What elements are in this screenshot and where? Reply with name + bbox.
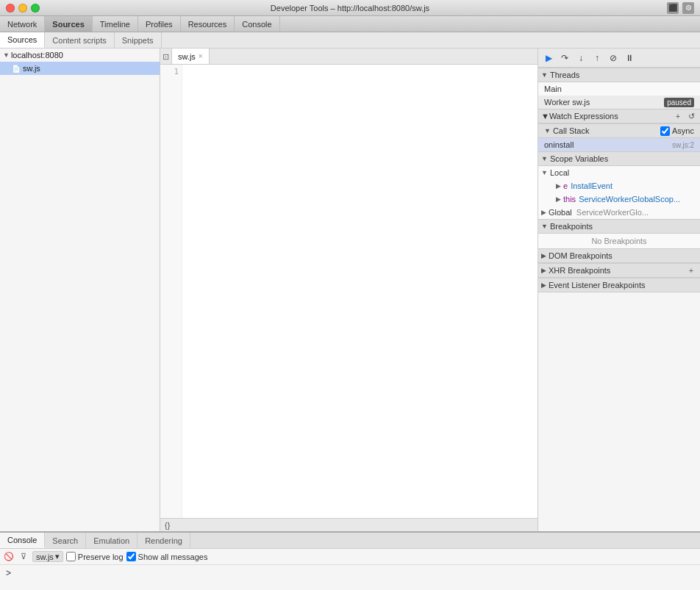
e-arrow: ▶	[556, 182, 561, 190]
console-prompt: >	[6, 568, 11, 578]
file-filter-dropdown: ▾	[55, 552, 60, 561]
event-listener-breakpoints-label: Event Listener Breakpoints	[549, 281, 645, 289]
sources-area: Sources Content scripts Snippets ▼ local…	[0, 32, 700, 531]
file-filter-badge[interactable]: sw.js ▾	[32, 551, 63, 562]
scope-val-this: ServiceWorkerGlobalScop...	[579, 195, 680, 204]
callstack-file: sw.js:2	[672, 141, 694, 149]
tree-item-localhost[interactable]: ▼ localhost:8080	[0, 48, 160, 62]
editor-tabs: ⊡ sw.js ×	[160, 48, 538, 65]
threads-header[interactable]: ▼ Threads	[538, 68, 700, 82]
editor-tab-close[interactable]: ×	[199, 52, 203, 60]
editor-footer-label: {}	[165, 521, 170, 530]
clear-console-button[interactable]: 🚫	[3, 551, 15, 563]
async-checkbox[interactable]	[660, 126, 670, 136]
step-into-button[interactable]: ↓	[574, 51, 588, 65]
watch-expressions-label-area: ▼ Watch Expressions	[541, 112, 618, 120]
close-button[interactable]	[6, 4, 15, 12]
xhr-header-left: ▶ XHR Breakpoints	[541, 266, 610, 275]
console-tab-console[interactable]: Console	[0, 533, 45, 548]
nav-profiles[interactable]: Profiles	[138, 16, 181, 32]
add-watch-button[interactable]: +	[672, 110, 684, 122]
preserve-log-checkbox[interactable]	[66, 552, 76, 561]
console-tab-emulation[interactable]: Emulation	[86, 533, 138, 548]
subtab-snippets[interactable]: Snippets	[115, 32, 162, 48]
show-all-messages-text: Show all messages	[138, 553, 208, 561]
nav-timeline[interactable]: Timeline	[93, 16, 138, 32]
step-out-button[interactable]: ↑	[590, 51, 604, 65]
show-all-messages-checkbox[interactable]	[126, 552, 136, 561]
pause-exceptions-button[interactable]: ⏸	[622, 51, 637, 65]
nav-network[interactable]: Network	[0, 16, 45, 32]
editor-footer: {}	[160, 518, 538, 531]
global-arrow: ▶	[541, 209, 546, 216]
expand-arrow: ▼	[3, 51, 10, 59]
add-xhr-button[interactable]: +	[685, 265, 697, 276]
editor-file-tab[interactable]: sw.js ×	[172, 48, 210, 64]
scope-global-label: Global	[549, 208, 572, 217]
tree-item-label: sw.js	[23, 64, 40, 73]
thread-worker[interactable]: Worker sw.js paused	[538, 96, 700, 109]
top-navigation: Network Sources Timeline Profiles Resour…	[0, 16, 700, 32]
xhr-breakpoints-label: XHR Breakpoints	[549, 266, 610, 275]
threads-content: Main Worker sw.js paused	[538, 82, 700, 109]
scope-this[interactable]: ▶ this ServiceWorkerGlobalScop...	[538, 193, 700, 206]
callstack-item-oninstall[interactable]: oninstall sw.js:2	[538, 138, 700, 151]
editor-area: ⊡ sw.js × 1 {}	[160, 48, 538, 531]
maximize-button[interactable]	[31, 4, 40, 12]
scope-val-e: InstallEvent	[571, 181, 612, 190]
async-text: Async	[672, 126, 694, 135]
minimize-button[interactable]	[18, 4, 27, 12]
scope-global-value: ServiceWorkerGlo...	[576, 208, 649, 217]
editor-content: 1	[160, 65, 538, 518]
dom-breakpoints-label: DOM Breakpoints	[549, 251, 612, 260]
event-listener-breakpoints-header[interactable]: ▶ Event Listener Breakpoints	[538, 278, 700, 292]
subtab-bar: Sources Content scripts Snippets	[0, 32, 700, 48]
scope-variables-content: ▼ Local ▶ e InstallEvent ▶ this ServiceW…	[538, 166, 700, 219]
scope-local-label: Local	[550, 168, 569, 177]
left-panel: ▼ localhost:8080 📄 sw.js	[0, 48, 160, 531]
no-breakpoints-label: No Breakpoints	[538, 234, 700, 248]
scope-variables-label: Scope Variables	[550, 154, 608, 163]
callstack-function: oninstall	[544, 140, 574, 149]
subtab-sources[interactable]: Sources	[0, 32, 45, 48]
breakpoints-header[interactable]: ▼ Breakpoints	[538, 219, 700, 234]
settings-icon[interactable]: ⚙	[682, 2, 694, 14]
nav-sources[interactable]: Sources	[45, 16, 92, 32]
console-tab-search[interactable]: Search	[45, 533, 86, 548]
debugger-toolbar: ▶ ↷ ↓ ↑ ⊘ ⏸	[538, 48, 700, 68]
watch-expressions-label: Watch Expressions	[549, 112, 618, 120]
subtab-content-scripts[interactable]: Content scripts	[45, 32, 114, 48]
editor-tab-label: sw.js	[178, 52, 196, 61]
refresh-watch-button[interactable]: ↺	[685, 110, 697, 122]
line-numbers: 1	[160, 65, 182, 518]
step-over-button[interactable]: ↷	[557, 51, 572, 65]
tree-item-label: localhost:8080	[11, 51, 63, 60]
console-tab-rendering[interactable]: Rendering	[138, 533, 190, 548]
thread-main-label: Main	[544, 84, 562, 93]
paused-badge: paused	[664, 98, 694, 107]
dom-breakpoints-header[interactable]: ▶ DOM Breakpoints	[538, 248, 700, 263]
scope-global[interactable]: ▶ Global ServiceWorkerGlo...	[538, 206, 700, 219]
editor-icon[interactable]: ⊡	[160, 48, 172, 65]
deactivate-button[interactable]: ⊘	[606, 51, 621, 65]
console-input[interactable]	[14, 569, 694, 578]
scope-key-this: this	[563, 195, 576, 204]
xhr-breakpoints-header[interactable]: ▶ XHR Breakpoints +	[538, 263, 700, 278]
scope-e[interactable]: ▶ e InstallEvent	[538, 179, 700, 193]
code-area[interactable]	[182, 65, 538, 518]
watch-arrow: ▼	[541, 112, 549, 120]
nav-console[interactable]: Console	[235, 16, 279, 32]
watch-expressions-header[interactable]: ▼ Watch Expressions + ↺	[538, 109, 700, 123]
callstack-header-row: ▼ Call Stack Async	[538, 123, 700, 138]
filter-button[interactable]: ⊽	[18, 551, 29, 563]
resume-button[interactable]: ▶	[541, 51, 556, 65]
nav-resources[interactable]: Resources	[181, 16, 235, 32]
scope-variables-header[interactable]: ▼ Scope Variables	[538, 151, 700, 166]
tree-item-swjs[interactable]: 📄 sw.js	[0, 62, 160, 75]
titlebar: Developer Tools – http://localhost:8080/…	[0, 0, 700, 16]
panel-row: ▼ localhost:8080 📄 sw.js ⊡ sw.js ×	[0, 48, 700, 531]
callstack-content: oninstall sw.js:2	[538, 138, 700, 151]
thread-main[interactable]: Main	[538, 82, 700, 96]
dock-icon[interactable]: ⬛	[667, 2, 679, 14]
scope-local[interactable]: ▼ Local	[538, 166, 700, 179]
